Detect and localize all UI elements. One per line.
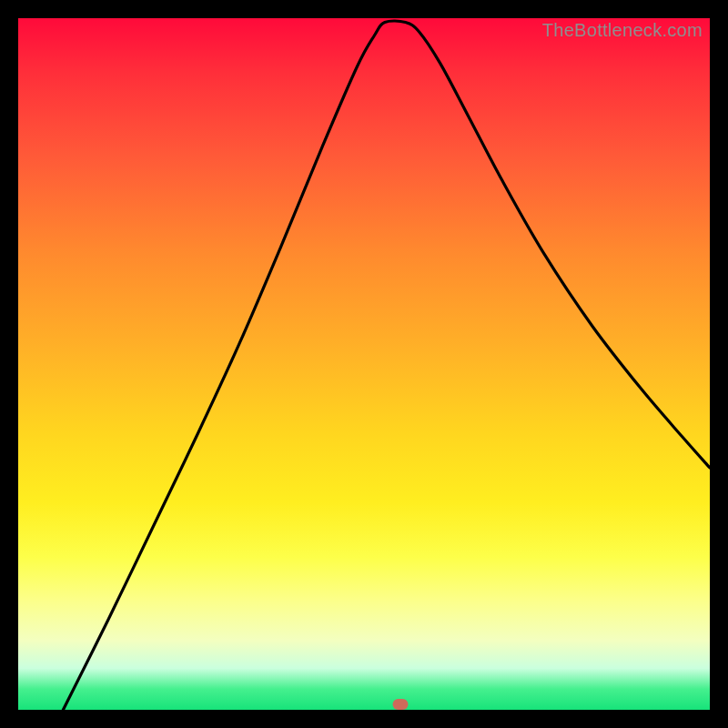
bottleneck-curve xyxy=(18,18,710,710)
chart-plot-area: TheBottleneck.com xyxy=(18,18,710,710)
watermark-label: TheBottleneck.com xyxy=(542,20,703,41)
minimum-marker xyxy=(393,699,409,710)
chart-frame: TheBottleneck.com xyxy=(0,0,728,728)
